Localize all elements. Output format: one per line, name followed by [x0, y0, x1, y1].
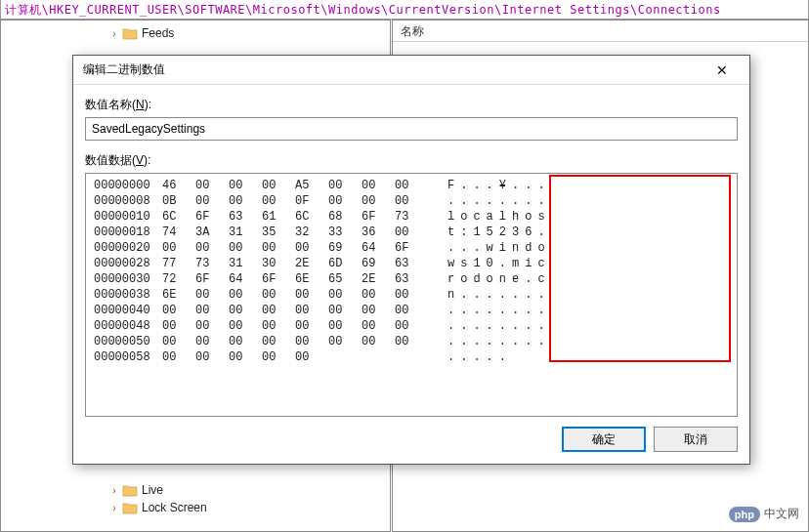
hex-byte[interactable]: 32: [295, 225, 328, 240]
hex-byte[interactable]: 00: [362, 178, 395, 193]
cancel-button[interactable]: 取消: [654, 427, 738, 452]
hex-byte[interactable]: 3A: [195, 225, 229, 240]
hex-ascii[interactable]: ws10.mic: [447, 256, 614, 271]
hex-byte[interactable]: 6E: [162, 287, 195, 303]
hex-ascii[interactable]: .....: [447, 349, 614, 365]
hex-byte[interactable]: 74: [162, 225, 195, 240]
hex-byte[interactable]: 00: [362, 193, 395, 209]
hex-byte[interactable]: 6F: [195, 209, 229, 225]
hex-byte[interactable]: 00: [295, 303, 328, 318]
hex-byte[interactable]: 00: [195, 318, 229, 334]
hex-byte[interactable]: 00: [362, 303, 395, 318]
registry-path-bar[interactable]: 计算机\HKEY_CURRENT_USER\SOFTWARE\Microsoft…: [0, 0, 809, 20]
hex-byte[interactable]: 00: [195, 349, 229, 365]
hex-byte[interactable]: 00: [295, 349, 328, 365]
hex-ascii[interactable]: t:15236.: [447, 225, 614, 240]
hex-byte[interactable]: 68: [328, 209, 362, 225]
hex-byte[interactable]: 65: [328, 271, 362, 287]
hex-byte[interactable]: 00: [328, 178, 362, 193]
hex-byte[interactable]: 6D: [328, 256, 362, 271]
hex-byte[interactable]: 00: [262, 193, 295, 209]
hex-byte[interactable]: 63: [395, 271, 428, 287]
hex-byte[interactable]: 00: [295, 318, 328, 334]
hex-byte[interactable]: 00: [395, 303, 428, 318]
hex-byte[interactable]: 00: [295, 287, 328, 303]
hex-byte[interactable]: 00: [395, 287, 428, 303]
hex-byte[interactable]: 00: [195, 303, 229, 318]
hex-byte[interactable]: 73: [195, 256, 229, 271]
ok-button[interactable]: 确定: [562, 427, 646, 452]
hex-byte[interactable]: 00: [162, 334, 195, 349]
hex-byte[interactable]: 00: [229, 318, 262, 334]
hex-byte[interactable]: 00: [262, 334, 295, 349]
hex-byte[interactable]: 0B: [162, 193, 195, 209]
chevron-right-icon[interactable]: ›: [108, 484, 120, 496]
tree-item[interactable]: › Live: [1, 481, 390, 499]
hex-byte[interactable]: 00: [229, 193, 262, 209]
hex-byte[interactable]: 00: [295, 240, 328, 256]
hex-byte[interactable]: 63: [395, 256, 428, 271]
hex-byte[interactable]: 2E: [295, 256, 328, 271]
hex-byte[interactable]: 6E: [295, 271, 328, 287]
hex-editor[interactable]: 0000000046000000A5000000F...¥...00000008…: [85, 173, 738, 417]
tree-item[interactable]: › Feeds: [1, 24, 390, 42]
hex-byte[interactable]: 00: [262, 303, 295, 318]
hex-byte[interactable]: 0F: [295, 193, 328, 209]
hex-byte[interactable]: 00: [362, 334, 395, 349]
hex-byte[interactable]: 30: [262, 256, 295, 271]
hex-byte[interactable]: 6C: [162, 209, 195, 225]
hex-byte[interactable]: 00: [262, 178, 295, 193]
hex-byte[interactable]: 6F: [195, 271, 229, 287]
hex-byte[interactable]: 73: [395, 209, 428, 225]
hex-ascii[interactable]: F...¥...: [447, 178, 614, 193]
hex-byte[interactable]: 00: [162, 349, 195, 365]
hex-byte[interactable]: 00: [262, 349, 295, 365]
hex-byte[interactable]: 00: [262, 287, 295, 303]
hex-byte[interactable]: [362, 349, 395, 365]
hex-byte[interactable]: 00: [395, 334, 428, 349]
tree-item[interactable]: › Lock Screen: [1, 499, 390, 516]
hex-ascii[interactable]: rodone.c: [447, 271, 614, 287]
hex-byte[interactable]: 00: [195, 334, 229, 349]
hex-byte[interactable]: 36: [362, 225, 395, 240]
hex-byte[interactable]: 00: [162, 240, 195, 256]
hex-byte[interactable]: 46: [162, 178, 195, 193]
hex-byte[interactable]: A5: [295, 178, 328, 193]
hex-byte[interactable]: 61: [262, 209, 295, 225]
hex-byte[interactable]: 00: [362, 287, 395, 303]
hex-byte[interactable]: 00: [395, 193, 428, 209]
hex-byte[interactable]: 00: [395, 318, 428, 334]
hex-ascii[interactable]: n.......: [447, 287, 614, 303]
hex-byte[interactable]: 00: [195, 193, 229, 209]
hex-byte[interactable]: 31: [229, 225, 262, 240]
hex-byte[interactable]: 77: [162, 256, 195, 271]
hex-byte[interactable]: 00: [229, 287, 262, 303]
hex-byte[interactable]: 00: [229, 349, 262, 365]
hex-byte[interactable]: 00: [362, 318, 395, 334]
chevron-right-icon[interactable]: ›: [108, 502, 120, 513]
hex-byte[interactable]: 00: [328, 318, 362, 334]
hex-byte[interactable]: 64: [229, 271, 262, 287]
hex-byte[interactable]: 69: [328, 240, 362, 256]
hex-ascii[interactable]: ........: [447, 318, 614, 334]
hex-ascii[interactable]: ........: [447, 193, 614, 209]
hex-ascii[interactable]: ........: [447, 334, 614, 349]
hex-byte[interactable]: 69: [362, 256, 395, 271]
hex-byte[interactable]: 00: [195, 240, 229, 256]
value-name-input[interactable]: [85, 117, 738, 141]
hex-byte[interactable]: 00: [195, 287, 229, 303]
hex-byte[interactable]: 6F: [362, 209, 395, 225]
hex-byte[interactable]: 00: [295, 334, 328, 349]
hex-byte[interactable]: 33: [328, 225, 362, 240]
hex-ascii[interactable]: ........: [447, 303, 614, 318]
hex-byte[interactable]: 00: [162, 303, 195, 318]
hex-byte[interactable]: [395, 349, 428, 365]
hex-byte[interactable]: 00: [195, 178, 229, 193]
hex-byte[interactable]: 2E: [362, 271, 395, 287]
hex-ascii[interactable]: localhos: [447, 209, 614, 225]
hex-byte[interactable]: 00: [229, 303, 262, 318]
hex-byte[interactable]: 00: [229, 240, 262, 256]
titlebar[interactable]: 编辑二进制数值 ✕: [73, 56, 749, 85]
hex-byte[interactable]: [328, 349, 362, 365]
chevron-right-icon[interactable]: ›: [108, 27, 120, 39]
